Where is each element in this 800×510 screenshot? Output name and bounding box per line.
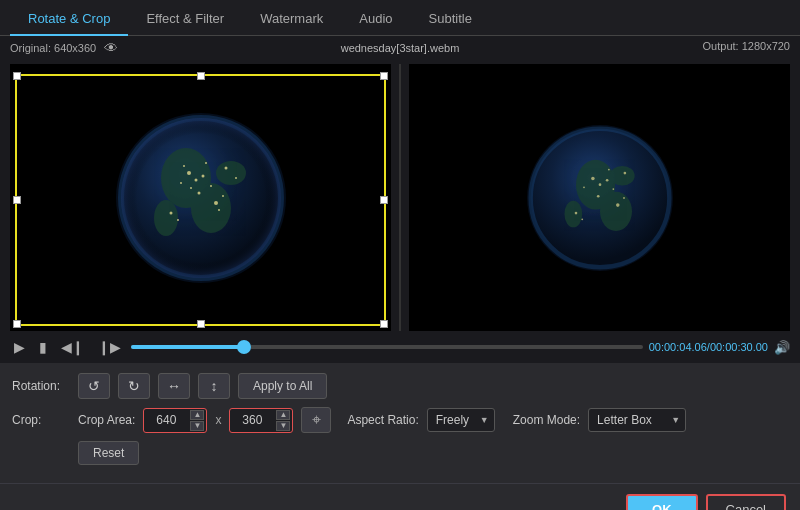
next-frame-button[interactable]: ❙▶ <box>94 337 125 357</box>
svg-point-39 <box>581 218 583 220</box>
svg-point-40 <box>608 168 610 170</box>
rotation-label: Rotation: <box>12 379 70 393</box>
crop-handle-tr[interactable] <box>380 72 388 80</box>
svg-point-36 <box>616 203 620 207</box>
prev-frame-button[interactable]: ◀❙ <box>57 337 88 357</box>
original-label: Original: 640x360 👁 <box>10 40 118 56</box>
earth-svg-right <box>520 118 680 278</box>
crop-width-up[interactable]: ▲ <box>190 410 204 420</box>
crop-handle-mr[interactable] <box>380 196 388 204</box>
crop-handle-bm[interactable] <box>197 320 205 328</box>
apply-to-all-button[interactable]: Apply to All <box>238 373 327 399</box>
crop-width-group: ▲ ▼ <box>143 408 207 433</box>
ok-button[interactable]: OK <box>626 494 698 510</box>
volume-icon[interactable]: 🔊 <box>774 340 790 355</box>
crop-row: Crop: Crop Area: ▲ ▼ x ▲ ▼ ⌖ Aspect Rati… <box>12 407 788 433</box>
eye-icon[interactable]: 👁 <box>104 40 118 56</box>
playback-bar: ▶ ▮ ◀❙ ❙▶ 00:00:04.06/00:00:30.00 🔊 <box>0 331 800 363</box>
flip-horizontal-button[interactable]: ↔ <box>158 373 190 399</box>
tab-subtitle[interactable]: Subtitle <box>411 3 490 36</box>
controls-area: Rotation: ↺ ↻ ↔ ↕ Apply to All Crop: Cro… <box>0 363 800 483</box>
preview-container <box>0 36 800 331</box>
tab-audio[interactable]: Audio <box>341 3 410 36</box>
preview-divider <box>399 64 401 331</box>
zoom-mode-select-wrap: Letter Box Pan & Scan Full <box>588 408 686 432</box>
aspect-ratio-select[interactable]: Freely 16:9 4:3 1:1 9:16 <box>427 408 495 432</box>
svg-point-35 <box>605 178 608 181</box>
aspect-ratio-label: Aspect Ratio: <box>347 413 418 427</box>
crop-width-down[interactable]: ▼ <box>190 421 204 431</box>
tab-bar: Rotate & Crop Effect & Filter Watermark … <box>0 0 800 36</box>
bottom-bar: OK Cancel <box>0 483 800 510</box>
svg-point-32 <box>591 176 595 180</box>
crop-handle-br[interactable] <box>380 320 388 328</box>
aspect-ratio-select-wrap: Freely 16:9 4:3 1:1 9:16 <box>427 408 495 432</box>
play-button[interactable]: ▶ <box>10 337 29 357</box>
svg-point-31 <box>609 166 634 186</box>
crop-height-up[interactable]: ▲ <box>276 410 290 420</box>
crop-area-label: Crop Area: <box>78 413 135 427</box>
rotation-row: Rotation: ↺ ↻ ↔ ↕ Apply to All <box>12 373 788 399</box>
svg-point-38 <box>574 211 577 214</box>
flip-vertical-button[interactable]: ↕ <box>198 373 230 399</box>
preview-left <box>10 64 391 331</box>
crop-height-spinner: ▲ ▼ <box>276 410 290 431</box>
preview-labels: Original: 640x360 👁 wednesday[3star].web… <box>0 36 800 60</box>
dimension-separator: x <box>215 413 221 427</box>
crop-height-down[interactable]: ▼ <box>276 421 290 431</box>
svg-point-34 <box>583 186 585 188</box>
svg-point-42 <box>596 194 599 197</box>
rotate-left-button[interactable]: ↺ <box>78 373 110 399</box>
output-label: Output: 1280x720 <box>703 40 790 56</box>
crop-center-button[interactable]: ⌖ <box>301 407 331 433</box>
crop-handle-tl[interactable] <box>13 72 21 80</box>
tab-rotate-crop[interactable]: Rotate & Crop <box>10 3 128 36</box>
time-display: 00:00:04.06/00:00:30.00 <box>649 341 768 353</box>
crop-handle-bl[interactable] <box>13 320 21 328</box>
progress-fill <box>131 345 244 349</box>
tab-effect-filter[interactable]: Effect & Filter <box>128 3 242 36</box>
crop-width-input[interactable] <box>146 413 186 427</box>
tab-watermark[interactable]: Watermark <box>242 3 341 36</box>
crop-height-group: ▲ ▼ <box>229 408 293 433</box>
crop-label: Crop: <box>12 413 70 427</box>
progress-thumb[interactable] <box>237 340 251 354</box>
svg-point-29 <box>600 191 632 230</box>
svg-point-30 <box>564 200 582 227</box>
reset-button[interactable]: Reset <box>78 441 139 465</box>
zoom-mode-label: Zoom Mode: <box>513 413 580 427</box>
svg-point-37 <box>623 197 625 199</box>
filename-label: wednesday[3star].webm <box>341 42 460 54</box>
progress-track[interactable] <box>131 345 643 349</box>
crop-overlay[interactable] <box>15 74 386 326</box>
crop-width-spinner: ▲ ▼ <box>190 410 204 431</box>
svg-point-41 <box>623 171 626 174</box>
svg-point-43 <box>612 188 614 190</box>
crop-handle-tm[interactable] <box>197 72 205 80</box>
zoom-mode-select[interactable]: Letter Box Pan & Scan Full <box>588 408 686 432</box>
preview-right <box>409 64 790 331</box>
reset-row: Reset <box>12 441 788 465</box>
crop-handle-ml[interactable] <box>13 196 21 204</box>
svg-point-33 <box>598 183 601 186</box>
cancel-button[interactable]: Cancel <box>706 494 786 510</box>
stop-button[interactable]: ▮ <box>35 337 51 357</box>
rotate-right-button[interactable]: ↻ <box>118 373 150 399</box>
video-area: Original: 640x360 👁 wednesday[3star].web… <box>0 36 800 331</box>
crop-height-input[interactable] <box>232 413 272 427</box>
